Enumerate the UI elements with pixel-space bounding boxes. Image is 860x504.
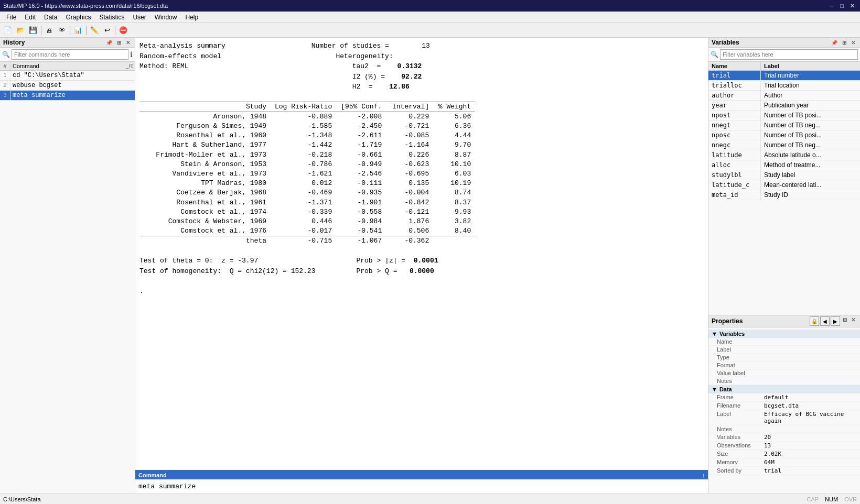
props-row-memory: Memory 64M [708, 458, 860, 467]
variables-dock-btn[interactable]: ⊞ [841, 39, 848, 46]
variables-header: Variables 📌 ⊞ ✕ [708, 38, 860, 48]
var-row-studylbl[interactable]: studylbl Study label [708, 170, 860, 180]
variables-search-icon: 🔍 [711, 51, 718, 58]
variables-col-headers: Name Label [708, 62, 860, 71]
var-row-latitude-c[interactable]: latitude_c Mean-centered lati... [708, 180, 860, 190]
var-row-author[interactable]: author Author [708, 91, 860, 101]
command-input-row [135, 479, 708, 494]
variables-table: Name Label trial Trial number trialloc T… [708, 62, 860, 315]
edit-button[interactable]: ✏️ [89, 25, 100, 36]
table-row: Comstock & Webster, 19690.446-0.9841.876… [139, 217, 475, 226]
command-input[interactable] [138, 481, 705, 491]
properties-header: Properties 🔒 ◀ ▶ ⊞ ✕ [708, 315, 860, 327]
graph-button[interactable]: 📊 [72, 25, 84, 36]
viewer-button[interactable]: 👁 [56, 25, 68, 36]
menu-graphics[interactable]: Graphics [61, 13, 95, 22]
properties-dock-btn[interactable]: ⊞ [841, 316, 848, 326]
menu-edit[interactable]: Edit [20, 13, 40, 22]
save-button[interactable]: 💾 [27, 25, 39, 36]
command-area: Command ↑ [135, 470, 708, 494]
results-table: Study Log Risk-Ratio [95% Conf. Interval… [139, 102, 475, 246]
variables-title: Variables [712, 39, 739, 46]
props-row-type: Type [708, 354, 860, 361]
history-col-num-header: # [0, 62, 10, 70]
variables-search-row: 🔍 [708, 48, 860, 62]
history-row-1[interactable]: 1 cd "C:\Users\Stata" [0, 71, 135, 81]
properties-back-btn[interactable]: ◀ [820, 316, 830, 326]
var-row-meta-id[interactable]: meta_id Study ID [708, 190, 860, 200]
maximize-button[interactable]: □ [838, 2, 846, 10]
table-footer-row: theta-0.715-1.067-0.362 [139, 236, 475, 246]
menu-file[interactable]: File [2, 13, 20, 22]
history-dock-btn[interactable]: ⊞ [115, 39, 123, 46]
var-row-alloc[interactable]: alloc Method of treatme... [708, 160, 860, 170]
properties-lock-btn[interactable]: 🔒 [810, 316, 819, 326]
props-row-observations: Observations 13 [708, 442, 860, 450]
new-button[interactable]: 📄 [2, 25, 14, 36]
props-row-label: Label [708, 346, 860, 354]
table-row: Comstock et al., 1974-0.339-0.558-0.1219… [139, 207, 475, 217]
variables-panel: Variables 📌 ⊞ ✕ 🔍 Name Label trial Tri [708, 38, 860, 315]
props-row-sortedby: Sorted by trial [708, 467, 860, 475]
var-row-nnegc[interactable]: nnegc Number of TB neg... [708, 140, 860, 150]
break-button[interactable]: ⛔ [117, 25, 129, 36]
variables-close-btn[interactable]: ✕ [850, 39, 857, 46]
var-row-trialloc[interactable]: trialloc Trial location [708, 81, 860, 91]
properties-title: Properties [712, 317, 743, 325]
col-ci-left-header: [95% Conf. [336, 102, 386, 112]
var-row-latitude[interactable]: latitude Absolute latitude o... [708, 150, 860, 160]
menu-data[interactable]: Data [40, 13, 61, 22]
var-row-trial[interactable]: trial Trial number [708, 71, 860, 81]
props-section-variables[interactable]: ▼ Variables [708, 330, 860, 338]
menu-help[interactable]: Help [181, 13, 202, 22]
var-row-year[interactable]: year Publication year [708, 101, 860, 111]
menu-statistics[interactable]: Statistics [95, 13, 128, 22]
print-button[interactable]: 🖨 [44, 25, 55, 36]
var-row-nposc[interactable]: nposc Number of TB posi... [708, 130, 860, 140]
col-weight-header: % Weight [433, 102, 475, 112]
status-num: NUM [825, 496, 838, 502]
properties-close-btn[interactable]: ✕ [850, 316, 857, 326]
center-area: Meta-analysis summary Number of studies … [135, 38, 708, 494]
table-row: Hart & Sutherland, 1977-1.442-1.719-1.16… [139, 140, 475, 150]
properties-nav: 🔒 ◀ ▶ ⊞ ✕ [810, 316, 857, 326]
history-close-btn[interactable]: ✕ [124, 39, 132, 46]
props-row-notes-data: Notes [708, 425, 860, 433]
table-row: Frimodt-Moller et al., 1973-0.218-0.6610… [139, 150, 475, 160]
variables-pin-btn[interactable]: 📌 [830, 39, 839, 46]
undo-button[interactable]: ↩ [101, 25, 113, 36]
command-pin-icon[interactable]: ↑ [702, 472, 705, 478]
history-panel: History 📌 ⊞ ✕ 🔍 ℹ # Command _rc 1 cd "C:… [0, 38, 135, 494]
history-row-2[interactable]: 2 webuse bcgset [0, 81, 135, 91]
history-search-input[interactable] [12, 49, 128, 60]
window-title: Stata/MP 16.0 - https://www.stata-press.… [3, 3, 168, 9]
results-header: Meta-analysis summary Number of studies … [139, 41, 704, 92]
properties-panel: Properties 🔒 ◀ ▶ ⊞ ✕ ▼ Variables Name [708, 315, 860, 494]
results-prompt: . [139, 287, 144, 295]
props-row-size: Size 2.02K [708, 450, 860, 458]
status-cap: CAP [807, 496, 819, 502]
variables-search-input[interactable] [720, 49, 858, 60]
var-row-npost[interactable]: npost Number of TB posi... [708, 111, 860, 120]
results-area[interactable]: Meta-analysis summary Number of studies … [135, 38, 708, 470]
window-controls: ─ □ ✕ [828, 2, 857, 10]
title-bar: Stata/MP 16.0 - https://www.stata-press.… [0, 0, 860, 12]
close-button[interactable]: ✕ [848, 2, 857, 10]
menu-user[interactable]: User [128, 13, 150, 22]
history-row-3[interactable]: 3 meta summarize [0, 91, 135, 101]
table-row: Rosenthal et al., 1960-1.348-2.611-0.085… [139, 131, 475, 140]
history-col-cmd-header: Command [10, 62, 119, 70]
minimize-button[interactable]: ─ [828, 2, 836, 10]
menu-window[interactable]: Window [150, 13, 181, 22]
history-pin-btn[interactable]: 📌 [104, 39, 114, 46]
var-row-nnegt[interactable]: nnegt Number of TB neg... [708, 120, 860, 130]
props-row-name: Name [708, 338, 860, 346]
col-study-header: Study [139, 102, 271, 112]
props-section-data[interactable]: ▼ Data [708, 385, 860, 393]
right-panel: Variables 📌 ⊞ ✕ 🔍 Name Label trial Tri [708, 38, 860, 494]
status-path: C:\Users\Stata [3, 496, 41, 502]
table-row: Aronson, 1948-0.889-2.0080.2295.06 [139, 112, 475, 122]
props-row-filename: Filename bcgset.dta [708, 402, 860, 410]
open-button[interactable]: 📂 [15, 25, 26, 36]
properties-fwd-btn[interactable]: ▶ [831, 316, 840, 326]
